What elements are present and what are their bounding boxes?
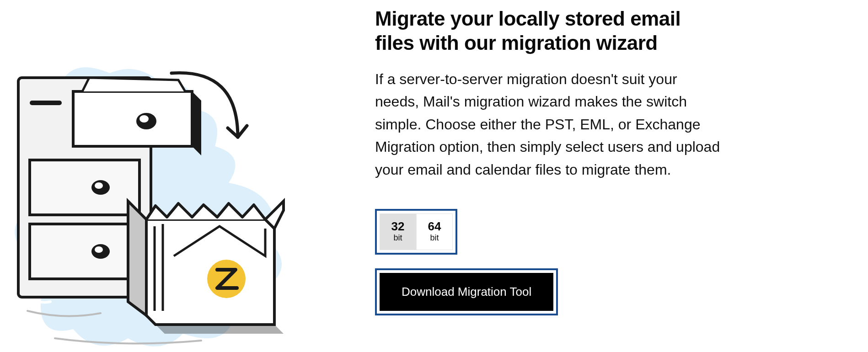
svg-point-9: [95, 246, 103, 253]
svg-point-3: [139, 115, 149, 123]
svg-rect-10: [30, 101, 62, 105]
illustration-column: [0, 0, 375, 352]
bit-label: bit: [393, 233, 402, 243]
svg-rect-7: [30, 224, 139, 279]
bit-num: 64: [428, 220, 441, 232]
content-column: Migrate your locally stored email files …: [375, 0, 868, 352]
bit-option-64[interactable]: 64 bit: [416, 213, 453, 250]
bit-option-32[interactable]: 32 bit: [380, 213, 416, 250]
bit-num: 32: [391, 220, 405, 232]
svg-rect-4: [30, 160, 139, 215]
download-migration-tool-button[interactable]: Download Migration Tool: [380, 273, 553, 311]
section-heading: Migrate your locally stored email files …: [375, 7, 704, 55]
section-body: If a server-to-server migration doesn't …: [375, 68, 723, 181]
svg-point-6: [95, 182, 103, 189]
migration-illustration: [9, 64, 293, 352]
bit-label: bit: [430, 233, 439, 243]
bit-selector: 32 bit 64 bit: [375, 209, 457, 255]
svg-rect-1: [73, 91, 192, 146]
download-button-frame: Download Migration Tool: [375, 268, 558, 315]
